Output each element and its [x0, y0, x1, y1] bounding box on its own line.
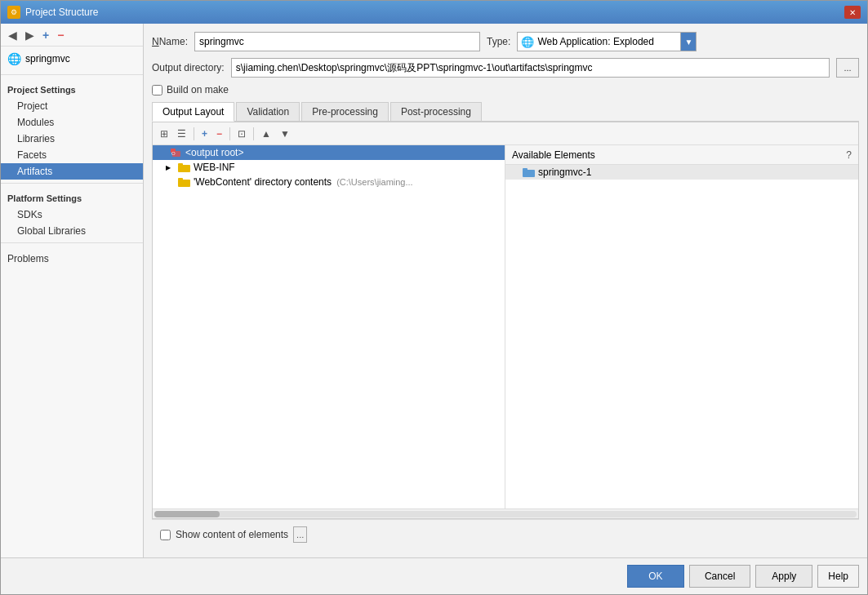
tab-post-processing[interactable]: Post-processing — [390, 102, 482, 121]
toolbar-separator-2 — [229, 127, 230, 140]
remove-element-button[interactable]: − — [213, 126, 225, 142]
webcontent-folder-icon — [178, 176, 191, 188]
webinf-expand-icon: ▶ — [166, 164, 176, 171]
output-dir-label: Output directory: — [152, 62, 225, 73]
sidebar-item-project[interactable]: Project — [1, 98, 143, 114]
add-element-icon: + — [202, 128, 207, 140]
name-label: NName: — [152, 36, 188, 47]
chevron-down-icon: ▼ — [684, 38, 692, 47]
build-on-make-label: Build on make — [167, 84, 229, 95]
main-panel: NName: Type: 🌐 Web Application: Exploded… — [144, 24, 867, 557]
sidebar-item-libraries[interactable]: Libraries — [1, 131, 143, 147]
build-on-make-checkbox[interactable] — [152, 85, 162, 95]
layout-panel: ⊞ ☰ + − ⊡ — [152, 122, 859, 519]
sidebar-item-modules[interactable]: Modules — [1, 114, 143, 131]
footer: OK Cancel Apply Help — [1, 557, 867, 594]
available-item-springmvc-1[interactable]: springmvc-1 — [505, 165, 858, 180]
sidebar-item-global-libraries[interactable]: Global Libraries — [1, 223, 143, 239]
output-dir-input[interactable] — [231, 58, 830, 78]
type-wrapper: 🌐 Web Application: Exploded ▼ — [517, 32, 697, 51]
tabs-container: Output Layout Validation Pre-processing … — [152, 102, 859, 122]
project-structure-dialog: ⚙ Project Structure ✕ ◀ ▶ + − — [0, 0, 868, 595]
tree-item-webcontent-label: 'WebContent' directory contents — [194, 176, 332, 188]
type-select-display[interactable]: 🌐 Web Application: Exploded — [517, 32, 680, 51]
cancel-button[interactable]: Cancel — [689, 565, 750, 588]
move-up-icon: ▲ — [261, 128, 271, 140]
app-icon: ⚙ — [7, 6, 20, 19]
available-header: Available Elements ? — [505, 145, 858, 165]
browse-icon: ... — [844, 63, 851, 73]
type-dropdown-button[interactable]: ▼ — [680, 32, 697, 51]
dialog-title: Project Structure — [25, 7, 98, 18]
show-list-icon: ☰ — [177, 128, 186, 140]
show-content-label: Show content of elements — [176, 529, 288, 540]
help-button[interactable]: Help — [817, 565, 859, 588]
help-icon[interactable]: ? — [846, 149, 852, 161]
show-files-button[interactable]: ⊞ — [157, 126, 171, 142]
remove-icon: − — [57, 29, 64, 42]
tab-validation[interactable]: Validation — [236, 102, 300, 121]
add-element-button[interactable]: + — [198, 126, 211, 142]
platform-settings-header: Platform Settings — [1, 187, 143, 206]
tree-item-web-inf-label: WEB-INF — [194, 162, 235, 173]
type-label: Type: — [487, 36, 510, 47]
forward-icon: ▶ — [25, 29, 34, 42]
available-panel: Available Elements ? springmvc-1 — [505, 145, 858, 508]
show-content-settings-button[interactable]: ... — [293, 526, 307, 543]
layout-toolbar: ⊞ ☰ + − ⊡ — [153, 122, 858, 145]
available-item-label: springmvc-1 — [538, 167, 591, 178]
tab-output-layout[interactable]: Output Layout — [152, 102, 234, 122]
sidebar-item-sdks[interactable]: SDKs — [1, 206, 143, 223]
pack-icon: ⊡ — [238, 128, 246, 140]
sidebar-nav: 🌐 springmvc Project Settings Project Mod… — [1, 47, 143, 557]
pack-button[interactable]: ⊡ — [234, 126, 249, 142]
close-button[interactable]: ✕ — [844, 6, 861, 19]
title-bar-left: ⚙ Project Structure — [7, 6, 98, 19]
forward-button[interactable]: ▶ — [23, 28, 37, 42]
title-bar: ⚙ Project Structure ✕ — [1, 1, 867, 24]
artifact-item-springmvc[interactable]: 🌐 springmvc — [1, 50, 143, 68]
tree-item-output-root-label: <output root> — [185, 147, 243, 158]
back-icon: ◀ — [8, 29, 17, 42]
move-down-button[interactable]: ▼ — [277, 126, 293, 142]
output-root-icon: O — [170, 147, 183, 158]
back-button[interactable]: ◀ — [6, 28, 20, 42]
tree-item-web-inf[interactable]: ▶ WEB-INF — [153, 160, 505, 175]
available-folder-icon — [523, 167, 536, 178]
ok-button[interactable]: OK — [627, 565, 684, 588]
type-icon: 🌐 — [521, 36, 534, 48]
browse-button[interactable]: ... — [836, 58, 859, 78]
add-artifact-button[interactable]: + — [40, 28, 51, 42]
show-content-checkbox[interactable] — [160, 530, 171, 540]
svg-rect-6 — [178, 178, 183, 180]
add-icon: + — [42, 29, 49, 42]
apply-button[interactable]: Apply — [755, 565, 812, 588]
tab-pre-processing[interactable]: Pre-processing — [301, 102, 389, 121]
horizontal-scrollbar[interactable] — [153, 508, 858, 518]
sidebar-divider-1 — [1, 74, 143, 75]
scroll-thumb — [154, 511, 220, 517]
tree-item-webcontent[interactable]: 'WebContent' directory contents (C:\User… — [153, 175, 505, 189]
svg-rect-4 — [178, 163, 183, 166]
artifact-list: 🌐 springmvc — [1, 47, 143, 71]
move-up-button[interactable]: ▲ — [258, 126, 274, 142]
sidebar: ◀ ▶ + − 🌐 springmvc — [1, 24, 144, 557]
remove-artifact-button[interactable]: − — [55, 28, 66, 42]
toolbar-separator-3 — [253, 127, 254, 140]
name-input[interactable] — [194, 32, 480, 51]
svg-rect-7 — [523, 170, 535, 177]
content-area: ◀ ▶ + − 🌐 springmvc — [1, 24, 867, 557]
type-value-text: Web Application: Exploded — [537, 36, 654, 47]
sidebar-item-problems[interactable]: Problems — [1, 246, 143, 268]
tree-item-output-root[interactable]: O <output root> — [153, 145, 505, 160]
sidebar-item-facets[interactable]: Facets — [1, 147, 143, 163]
svg-rect-3 — [178, 165, 190, 172]
sidebar-toolbar: ◀ ▶ + − — [1, 24, 143, 47]
settings-icon: ... — [296, 530, 304, 539]
show-list-button[interactable]: ☰ — [174, 126, 189, 142]
sidebar-divider-3 — [1, 242, 143, 243]
svg-rect-5 — [178, 180, 190, 187]
sidebar-item-artifacts[interactable]: Artifacts — [1, 163, 143, 180]
show-files-icon: ⊞ — [160, 128, 168, 140]
scroll-track — [154, 511, 857, 517]
